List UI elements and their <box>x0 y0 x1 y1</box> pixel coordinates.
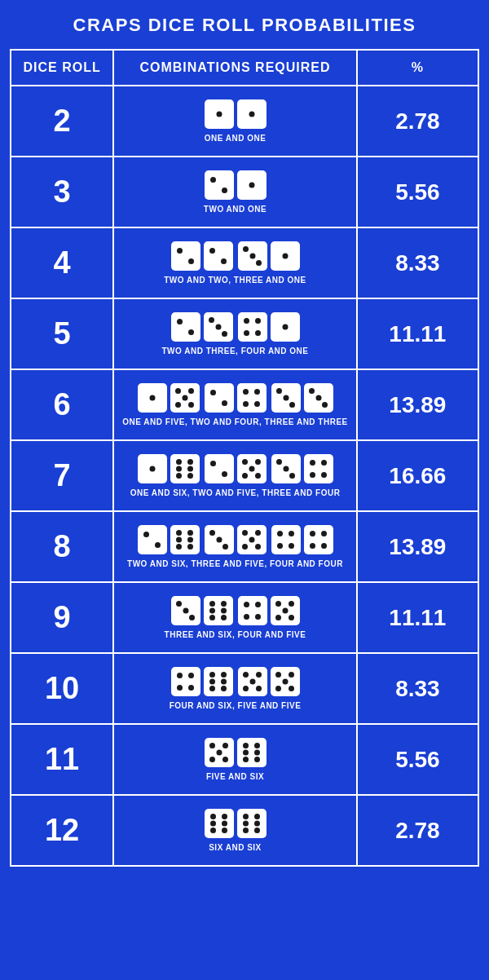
die-face-3 <box>171 596 200 625</box>
pct-cell: 8.33 <box>357 227 478 298</box>
pct-cell: 16.66 <box>357 440 478 511</box>
pct-cell: 2.78 <box>357 86 478 157</box>
dice-group <box>205 525 267 554</box>
die-face-5 <box>237 454 267 483</box>
die-face-6 <box>204 596 233 625</box>
pct-cell: 13.89 <box>357 511 478 582</box>
roll-number: 3 <box>54 174 71 209</box>
roll-cell: 8 <box>11 511 113 582</box>
table-row: 8TWO AND SIX, THREE AND FIVE, FOUR AND F… <box>11 511 478 582</box>
dice-group <box>271 525 333 554</box>
combo-cell: TWO AND SIX, THREE AND FIVE, FOUR AND FO… <box>113 511 356 582</box>
die-face-2 <box>138 525 167 554</box>
table-row: 12SIX AND SIX2.78 <box>11 795 478 866</box>
roll-cell: 3 <box>11 157 113 227</box>
die-face-2 <box>171 241 200 271</box>
dice-row <box>138 454 333 483</box>
pct-value: 2.78 <box>395 818 440 843</box>
roll-number: 6 <box>54 387 71 422</box>
die-face-4 <box>271 525 301 554</box>
dice-group <box>238 241 300 271</box>
roll-cell: 11 <box>11 724 113 795</box>
die-face-2 <box>205 170 234 200</box>
combo-label: TWO AND TWO, THREE AND ONE <box>164 276 306 285</box>
combo-cell: ONE AND SIX, TWO AND FIVE, THREE AND FOU… <box>113 440 356 511</box>
col-header-pct: % <box>357 50 478 86</box>
pct-value: 2.78 <box>395 108 440 134</box>
roll-number: 9 <box>54 600 71 634</box>
pct-value: 11.11 <box>389 321 446 347</box>
die-face-5 <box>271 596 300 625</box>
dice-group <box>205 809 267 838</box>
dice-row <box>205 170 267 200</box>
die-face-3 <box>271 454 301 483</box>
die-face-4 <box>238 596 267 625</box>
dice-group <box>238 667 300 696</box>
pct-cell: 13.89 <box>357 369 478 440</box>
pct-value: 5.56 <box>395 747 440 772</box>
roll-cell: 5 <box>11 298 113 369</box>
dice-group <box>138 525 200 554</box>
pct-value: 8.33 <box>395 676 440 701</box>
roll-cell: 12 <box>11 795 113 866</box>
combo-cell: ONE AND FIVE, TWO AND FOUR, THREE AND TH… <box>113 369 356 440</box>
roll-cell: 9 <box>11 582 113 653</box>
die-face-1 <box>237 170 267 200</box>
combo-cell: TWO AND TWO, THREE AND ONE <box>113 227 356 298</box>
die-face-6 <box>170 525 200 554</box>
die-face-5 <box>237 525 267 554</box>
die-face-6 <box>170 454 200 483</box>
dice-row <box>171 596 300 625</box>
dice-group <box>171 596 233 625</box>
combo-cell: FIVE AND SIX <box>113 724 356 795</box>
die-face-2 <box>204 241 233 271</box>
pct-cell: 5.56 <box>357 157 478 227</box>
combo-label: TWO AND THREE, FOUR AND ONE <box>162 347 309 355</box>
dice-group <box>205 383 267 413</box>
combo-cell: ONE AND ONE <box>113 86 356 157</box>
combo-label: SIX AND SIX <box>209 843 262 852</box>
die-face-6 <box>237 738 267 767</box>
die-face-5 <box>238 667 267 696</box>
combo-cell: TWO AND THREE, FOUR AND ONE <box>113 298 356 369</box>
dice-row <box>171 667 300 696</box>
die-face-2 <box>205 383 234 413</box>
pct-cell: 11.11 <box>357 298 478 369</box>
die-face-6 <box>204 667 233 696</box>
combo-label: FOUR AND SIX, FIVE AND FIVE <box>170 701 302 710</box>
die-face-1 <box>138 454 167 483</box>
combo-label: ONE AND SIX, TWO AND FIVE, THREE AND FOU… <box>130 488 341 497</box>
die-face-2 <box>205 454 234 483</box>
dice-row <box>171 241 300 271</box>
roll-cell: 6 <box>11 369 113 440</box>
combo-label: FIVE AND SIX <box>206 772 264 781</box>
roll-cell: 10 <box>11 653 113 724</box>
roll-number: 10 <box>45 671 79 705</box>
roll-cell: 2 <box>11 86 113 157</box>
dice-group <box>138 383 200 413</box>
die-face-4 <box>304 525 333 554</box>
table-row: 2ONE AND ONE2.78 <box>11 86 478 157</box>
combo-label: TWO AND SIX, THREE AND FIVE, FOUR AND FO… <box>127 559 343 568</box>
table-row: 3TWO AND ONE5.56 <box>11 157 478 227</box>
die-face-1 <box>271 241 300 271</box>
combo-label: ONE AND FIVE, TWO AND FOUR, THREE AND TH… <box>122 417 348 426</box>
die-face-1 <box>237 99 267 129</box>
die-face-4 <box>238 312 267 342</box>
die-face-1 <box>138 383 167 413</box>
page-title: CRAPS DICE ROLL PROBABILITIES <box>73 15 416 36</box>
col-header-combo: COMBINATIONS REQUIRED <box>113 50 356 86</box>
dice-group <box>271 383 333 413</box>
pct-value: 13.89 <box>389 534 446 559</box>
dice-row <box>171 312 300 342</box>
roll-number: 4 <box>54 245 71 280</box>
roll-number: 11 <box>45 742 79 776</box>
die-face-6 <box>237 809 267 838</box>
dice-group <box>238 312 300 342</box>
pct-value: 8.33 <box>395 250 440 276</box>
die-face-3 <box>304 383 333 413</box>
pct-value: 13.89 <box>389 392 446 417</box>
roll-number: 12 <box>45 813 79 847</box>
pct-cell: 8.33 <box>357 653 478 724</box>
probability-table: DICE ROLL COMBINATIONS REQUIRED % 2ONE A… <box>10 49 479 867</box>
